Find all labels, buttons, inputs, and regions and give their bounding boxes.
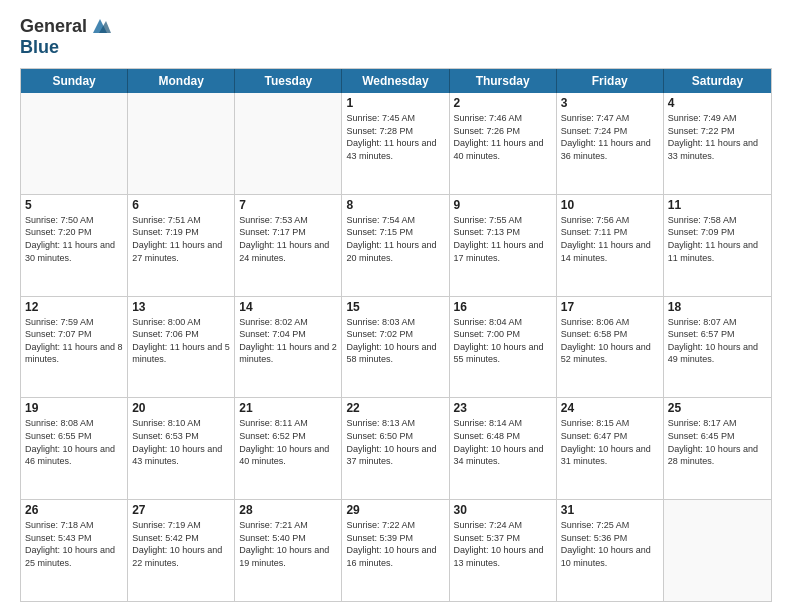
day-info: Sunrise: 7:46 AM Sunset: 7:26 PM Dayligh… [454,112,552,162]
day-info: Sunrise: 8:17 AM Sunset: 6:45 PM Dayligh… [668,417,767,467]
page-header: General Blue [20,16,772,58]
day-number: 5 [25,198,123,212]
day-info: Sunrise: 8:07 AM Sunset: 6:57 PM Dayligh… [668,316,767,366]
week-row-5: 26Sunrise: 7:18 AM Sunset: 5:43 PM Dayli… [21,499,771,601]
day-cell: 8Sunrise: 7:54 AM Sunset: 7:15 PM Daylig… [342,195,449,296]
day-headers: SundayMondayTuesdayWednesdayThursdayFrid… [21,69,771,93]
day-info: Sunrise: 7:49 AM Sunset: 7:22 PM Dayligh… [668,112,767,162]
day-info: Sunrise: 7:58 AM Sunset: 7:09 PM Dayligh… [668,214,767,264]
day-number: 28 [239,503,337,517]
day-cell: 1Sunrise: 7:45 AM Sunset: 7:28 PM Daylig… [342,93,449,194]
calendar: SundayMondayTuesdayWednesdayThursdayFrid… [20,68,772,602]
day-cell [664,500,771,601]
day-cell: 7Sunrise: 7:53 AM Sunset: 7:17 PM Daylig… [235,195,342,296]
day-number: 7 [239,198,337,212]
day-info: Sunrise: 7:59 AM Sunset: 7:07 PM Dayligh… [25,316,123,366]
day-cell: 19Sunrise: 8:08 AM Sunset: 6:55 PM Dayli… [21,398,128,499]
day-number: 18 [668,300,767,314]
day-cell: 14Sunrise: 8:02 AM Sunset: 7:04 PM Dayli… [235,297,342,398]
week-row-2: 5Sunrise: 7:50 AM Sunset: 7:20 PM Daylig… [21,194,771,296]
day-cell: 28Sunrise: 7:21 AM Sunset: 5:40 PM Dayli… [235,500,342,601]
day-cell: 27Sunrise: 7:19 AM Sunset: 5:42 PM Dayli… [128,500,235,601]
day-cell: 21Sunrise: 8:11 AM Sunset: 6:52 PM Dayli… [235,398,342,499]
week-row-1: 1Sunrise: 7:45 AM Sunset: 7:28 PM Daylig… [21,93,771,194]
day-cell [235,93,342,194]
day-cell: 5Sunrise: 7:50 AM Sunset: 7:20 PM Daylig… [21,195,128,296]
day-number: 29 [346,503,444,517]
day-number: 25 [668,401,767,415]
day-info: Sunrise: 8:13 AM Sunset: 6:50 PM Dayligh… [346,417,444,467]
day-cell: 18Sunrise: 8:07 AM Sunset: 6:57 PM Dayli… [664,297,771,398]
day-cell: 29Sunrise: 7:22 AM Sunset: 5:39 PM Dayli… [342,500,449,601]
day-cell: 10Sunrise: 7:56 AM Sunset: 7:11 PM Dayli… [557,195,664,296]
day-header-sunday: Sunday [21,69,128,93]
day-info: Sunrise: 8:08 AM Sunset: 6:55 PM Dayligh… [25,417,123,467]
day-info: Sunrise: 7:18 AM Sunset: 5:43 PM Dayligh… [25,519,123,569]
day-info: Sunrise: 7:56 AM Sunset: 7:11 PM Dayligh… [561,214,659,264]
day-number: 24 [561,401,659,415]
day-number: 30 [454,503,552,517]
day-cell: 30Sunrise: 7:24 AM Sunset: 5:37 PM Dayli… [450,500,557,601]
day-cell [128,93,235,194]
day-info: Sunrise: 8:10 AM Sunset: 6:53 PM Dayligh… [132,417,230,467]
day-info: Sunrise: 8:14 AM Sunset: 6:48 PM Dayligh… [454,417,552,467]
day-number: 27 [132,503,230,517]
logo-general: General [20,16,87,37]
day-cell: 22Sunrise: 8:13 AM Sunset: 6:50 PM Dayli… [342,398,449,499]
day-cell: 4Sunrise: 7:49 AM Sunset: 7:22 PM Daylig… [664,93,771,194]
day-cell [21,93,128,194]
day-number: 13 [132,300,230,314]
day-cell: 31Sunrise: 7:25 AM Sunset: 5:36 PM Dayli… [557,500,664,601]
week-row-3: 12Sunrise: 7:59 AM Sunset: 7:07 PM Dayli… [21,296,771,398]
day-info: Sunrise: 8:15 AM Sunset: 6:47 PM Dayligh… [561,417,659,467]
day-number: 17 [561,300,659,314]
day-number: 14 [239,300,337,314]
day-info: Sunrise: 7:55 AM Sunset: 7:13 PM Dayligh… [454,214,552,264]
day-info: Sunrise: 7:54 AM Sunset: 7:15 PM Dayligh… [346,214,444,264]
day-info: Sunrise: 8:06 AM Sunset: 6:58 PM Dayligh… [561,316,659,366]
day-info: Sunrise: 7:53 AM Sunset: 7:17 PM Dayligh… [239,214,337,264]
day-header-friday: Friday [557,69,664,93]
day-info: Sunrise: 7:47 AM Sunset: 7:24 PM Dayligh… [561,112,659,162]
day-number: 16 [454,300,552,314]
day-info: Sunrise: 8:11 AM Sunset: 6:52 PM Dayligh… [239,417,337,467]
day-info: Sunrise: 8:03 AM Sunset: 7:02 PM Dayligh… [346,316,444,366]
day-number: 22 [346,401,444,415]
day-info: Sunrise: 7:50 AM Sunset: 7:20 PM Dayligh… [25,214,123,264]
day-cell: 17Sunrise: 8:06 AM Sunset: 6:58 PM Dayli… [557,297,664,398]
day-number: 6 [132,198,230,212]
day-header-saturday: Saturday [664,69,771,93]
day-number: 19 [25,401,123,415]
day-number: 2 [454,96,552,110]
day-header-wednesday: Wednesday [342,69,449,93]
day-cell: 12Sunrise: 7:59 AM Sunset: 7:07 PM Dayli… [21,297,128,398]
day-info: Sunrise: 8:02 AM Sunset: 7:04 PM Dayligh… [239,316,337,366]
day-number: 21 [239,401,337,415]
day-cell: 20Sunrise: 8:10 AM Sunset: 6:53 PM Dayli… [128,398,235,499]
day-info: Sunrise: 7:45 AM Sunset: 7:28 PM Dayligh… [346,112,444,162]
day-cell: 23Sunrise: 8:14 AM Sunset: 6:48 PM Dayli… [450,398,557,499]
day-cell: 6Sunrise: 7:51 AM Sunset: 7:19 PM Daylig… [128,195,235,296]
day-header-thursday: Thursday [450,69,557,93]
day-cell: 11Sunrise: 7:58 AM Sunset: 7:09 PM Dayli… [664,195,771,296]
day-number: 23 [454,401,552,415]
day-number: 8 [346,198,444,212]
day-number: 4 [668,96,767,110]
day-number: 9 [454,198,552,212]
day-cell: 15Sunrise: 8:03 AM Sunset: 7:02 PM Dayli… [342,297,449,398]
day-number: 31 [561,503,659,517]
weeks: 1Sunrise: 7:45 AM Sunset: 7:28 PM Daylig… [21,93,771,601]
day-cell: 16Sunrise: 8:04 AM Sunset: 7:00 PM Dayli… [450,297,557,398]
day-info: Sunrise: 7:21 AM Sunset: 5:40 PM Dayligh… [239,519,337,569]
day-cell: 25Sunrise: 8:17 AM Sunset: 6:45 PM Dayli… [664,398,771,499]
day-info: Sunrise: 8:04 AM Sunset: 7:00 PM Dayligh… [454,316,552,366]
day-cell: 26Sunrise: 7:18 AM Sunset: 5:43 PM Dayli… [21,500,128,601]
day-info: Sunrise: 7:25 AM Sunset: 5:36 PM Dayligh… [561,519,659,569]
logo-blue: Blue [20,37,59,57]
calendar-page: General Blue SundayMondayTuesdayWednesda… [0,0,792,612]
day-number: 26 [25,503,123,517]
day-number: 12 [25,300,123,314]
day-number: 3 [561,96,659,110]
day-number: 10 [561,198,659,212]
day-cell: 9Sunrise: 7:55 AM Sunset: 7:13 PM Daylig… [450,195,557,296]
